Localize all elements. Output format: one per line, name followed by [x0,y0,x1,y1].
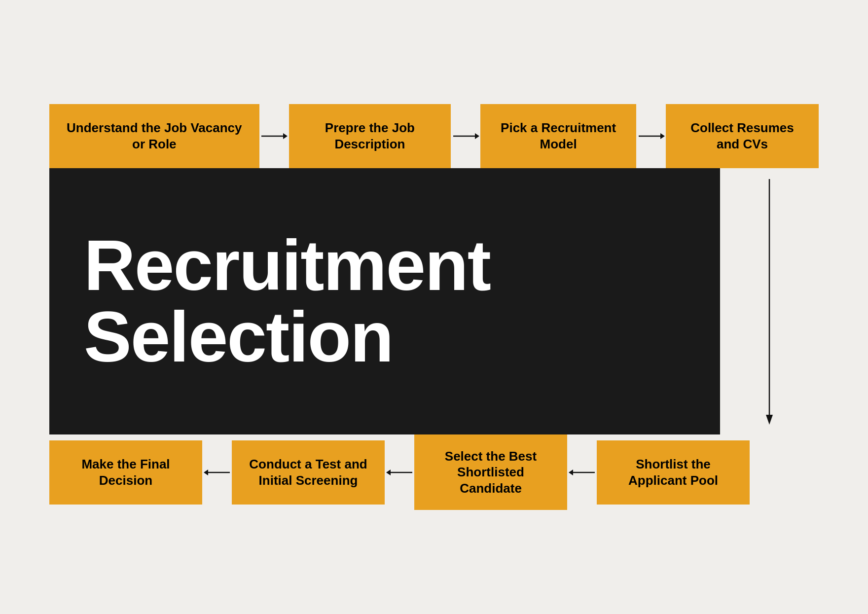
step-3-label: Pick a Recruitment Model [495,120,621,152]
arrow-1-2 [259,129,289,144]
svg-marker-3 [475,133,479,139]
step-1-label: Understand the Job Vacancy or Role [64,120,245,152]
step-2-label: Prepre the Job Description [304,120,436,152]
vertical-arrow-column [720,168,819,434]
step-7-label: Select the Best Shortlisted Candidate [429,448,552,497]
arrow-2-3 [451,129,480,144]
step-6-label: Conduct a Test and Initial Screening [247,456,370,488]
arrow-left-icon [204,465,231,480]
step-2-box: Prepre the Job Description [289,104,451,168]
arrow-right-icon [452,129,479,144]
step-5-label: Make the Final Decision [64,456,187,488]
main-black-box: Recruitment Selection [49,168,720,434]
top-flow-row: Understand the Job Vacancy or Role Prepr… [49,104,819,168]
arrow-left-icon [569,465,596,480]
step-8-box: Shortlist the Applicant Pool [597,440,750,505]
svg-marker-7 [766,415,773,425]
step-8-label: Shortlist the Applicant Pool [612,456,735,488]
down-arrow-svg [762,178,777,425]
arrow-3-4 [636,129,666,144]
arrow-6-5 [202,465,232,480]
arrow-down-icon [762,168,777,434]
bottom-flow-row: Make the Final Decision Conduct a Test a… [49,434,819,510]
main-section: Recruitment Selection [49,168,819,434]
step-4-box: Collect Resumes and CVs [666,104,819,168]
svg-marker-1 [283,133,288,139]
step-7-box: Select the Best Shortlisted Candidate [414,434,567,510]
arrow-left-icon [386,465,413,480]
step-5-box: Make the Final Decision [49,440,202,505]
recruitment-diagram: Understand the Job Vacancy or Role Prepr… [49,104,819,510]
svg-marker-11 [386,470,391,475]
step-6-box: Conduct a Test and Initial Screening [232,440,385,505]
step-3-box: Pick a Recruitment Model [480,104,636,168]
svg-marker-9 [204,470,208,475]
arrow-8-7 [567,465,597,480]
step-1-box: Understand the Job Vacancy or Role [49,104,259,168]
svg-marker-5 [660,133,665,139]
arrow-right-icon [638,129,665,144]
arrow-7-6 [385,465,414,480]
main-title-line2: Selection [84,301,686,373]
step-4-label: Collect Resumes and CVs [681,120,804,152]
svg-marker-13 [569,470,573,475]
arrow-right-icon [260,129,288,144]
main-title-line1: Recruitment [84,230,686,301]
